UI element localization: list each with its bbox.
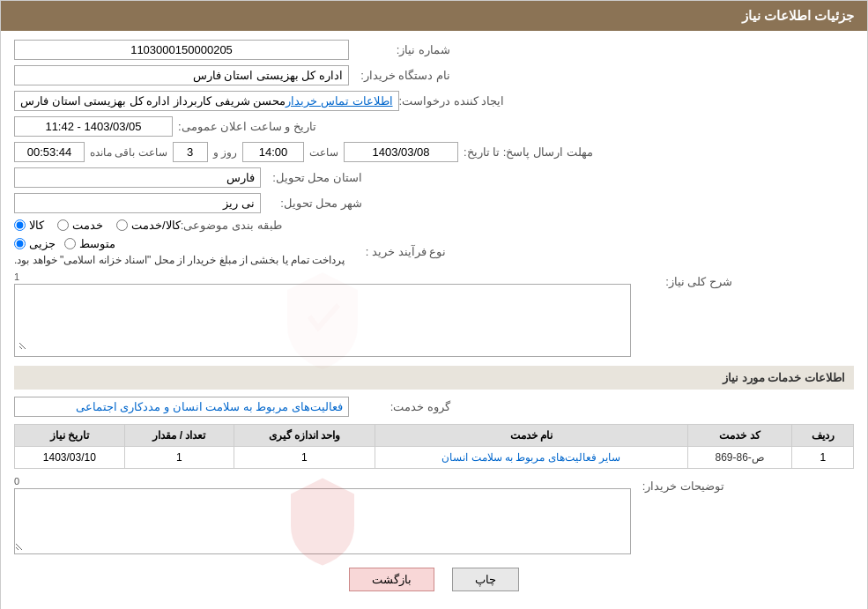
deadline-days-label: روز و <box>213 146 237 159</box>
service-group-value: فعالیت‌های مربوط به سلامت انسان و مددکار… <box>14 397 349 417</box>
process-jazyi-label: جزیی <box>29 237 56 250</box>
creator-value: اطلاعات تماس خریدار محسن شریفی کاربرداز … <box>14 91 399 111</box>
description-row: شرح کلی نیاز: 1 <box>14 271 854 357</box>
announce-date-row: تاریخ و ساعت اعلان عمومی: 1403/03/05 - 1… <box>14 116 854 137</box>
services-section-header: اطلاعات خدمات مورد نیاز <box>14 366 854 390</box>
deadline-row: مهلت ارسال پاسخ: تا تاریخ: 1403/03/08 سا… <box>14 142 854 162</box>
need-number-row: شماره نیاز: 1103000150000205 <box>14 40 854 60</box>
category-row: طبقه بندی موضوعی: کالا/خدمت خدمت کالا <box>14 219 854 232</box>
process-radio-row: متوسط جزیی <box>14 237 115 250</box>
process-motovaset-label: متوسط <box>79 237 115 250</box>
service-group-label: گروه خدمت: <box>349 400 455 413</box>
city-row: شهر محل تحویل: نی ریز <box>14 193 854 213</box>
creator-name: محسن شریفی کاربرداز اداره کل بهزیستی است… <box>20 94 286 108</box>
announce-date-label: تاریخ و ساعت اعلان عمومی: <box>178 120 316 133</box>
service-table-body: 1 ص-86-869 سایر فعالیت‌های مربوط به سلام… <box>15 447 854 469</box>
col-service-code: کد خدمت <box>687 425 792 447</box>
col-service-name: نام خدمت <box>375 425 687 447</box>
cell-row-num: 1 <box>792 447 854 469</box>
service-group-row: گروه خدمت: فعالیت‌های مربوط به سلامت انس… <box>14 397 854 417</box>
category-kala-option[interactable]: کالا <box>14 219 44 232</box>
buyer-org-label: نام دستگاه خریدار: <box>349 69 455 82</box>
process-type-row: نوع فرآیند خرید : متوسط جزیی پرداخت تمام… <box>14 237 854 266</box>
city-label: شهر محل تحویل: <box>261 197 367 210</box>
col-row-num: ردیف <box>792 425 854 447</box>
description-box <box>14 284 631 357</box>
service-table-header: ردیف کد خدمت نام خدمت واحد اندازه گیری ت… <box>15 425 854 447</box>
page-header: جزئیات اطلاعات نیاز <box>1 1 867 31</box>
process-content: متوسط جزیی پرداخت تمام یا بخشی از مبلغ خ… <box>14 237 345 266</box>
category-kala-khadamat-option[interactable]: کالا/خدمت <box>116 219 181 232</box>
creator-row: ایجاد کننده درخواست: اطلاعات تماس خریدار… <box>14 91 854 111</box>
button-row: چاپ بازگشت <box>14 568 854 591</box>
process-jazyi-radio[interactable] <box>14 238 26 249</box>
deadline-remaining: 00:53:44 <box>14 142 85 162</box>
page-title: جزئیات اطلاعات نیاز <box>742 8 854 23</box>
deadline-remaining-label: ساعت باقی مانده <box>90 146 167 159</box>
city-value: نی ریز <box>14 193 261 213</box>
need-number-value: 1103000150000205 <box>14 40 349 60</box>
process-label: نوع فرآیند خرید : <box>345 245 450 258</box>
category-khadamat-radio[interactable] <box>57 219 69 231</box>
category-kala-khadamat-label: کالا/خدمت <box>131 219 181 232</box>
category-kala-khadamat-radio[interactable] <box>116 219 128 231</box>
announce-date-value: 1403/03/05 - 11:42 <box>14 116 173 137</box>
page-wrapper: جزئیات اطلاعات نیاز شماره نیاز: 11030001… <box>0 0 868 609</box>
buyer-notes-wrapper: 0 <box>14 476 631 554</box>
buyer-notes-label: توضیحات خریدار: <box>636 476 724 493</box>
cell-quantity: 1 <box>124 447 234 469</box>
col-unit: واحد اندازه گیری <box>234 425 375 447</box>
creator-contact-link[interactable]: اطلاعات تماس خریدار <box>286 94 392 108</box>
creator-label: ایجاد کننده درخواست: <box>399 94 509 108</box>
service-table: ردیف کد خدمت نام خدمت واحد اندازه گیری ت… <box>14 424 854 469</box>
process-description: پرداخت تمام یا بخشی از مبلغ خریدار از مح… <box>14 254 345 266</box>
category-kala-label: کالا <box>29 219 44 232</box>
deadline-days: 3 <box>173 142 208 162</box>
cell-service-code: ص-86-869 <box>687 447 792 469</box>
buyer-notes-box <box>14 488 631 554</box>
service-table-header-row: ردیف کد خدمت نام خدمت واحد اندازه گیری ت… <box>15 425 854 447</box>
description-label: شرح کلی نیاز: <box>631 271 737 288</box>
category-label: طبقه بندی موضوعی: <box>181 219 286 232</box>
province-label: استان محل تحویل: <box>261 171 367 184</box>
watermark-shield-icon-2 <box>283 473 362 570</box>
buyer-notes-row: توضیحات خریدار: 0 <box>14 476 854 554</box>
col-date: تاریخ نیاز <box>15 425 125 447</box>
cell-service-name: سایر فعالیت‌های مربوط به سلامت انسان <box>375 447 687 469</box>
table-row: 1 ص-86-869 سایر فعالیت‌های مربوط به سلام… <box>15 447 854 469</box>
content-area: شماره نیاز: 1103000150000205 نام دستگاه … <box>1 31 867 609</box>
deadline-date: 1403/03/08 <box>344 142 458 162</box>
deadline-time-label: ساعت <box>309 146 338 159</box>
print-button[interactable]: چاپ <box>452 568 519 591</box>
watermark-shield-icon <box>278 268 367 374</box>
cell-date: 1403/03/10 <box>15 447 125 469</box>
process-jazyi-option[interactable]: جزیی <box>14 237 56 250</box>
buyer-org-row: نام دستگاه خریدار: اداره کل بهزیستی استا… <box>14 65 854 85</box>
buyer-org-value: اداره کل بهزیستی استان فارس <box>14 65 349 85</box>
category-khadamat-label: خدمت <box>72 219 103 232</box>
category-radio-group: کالا/خدمت خدمت کالا <box>14 219 181 232</box>
need-number-label: شماره نیاز: <box>349 43 455 56</box>
province-value: فارس <box>14 167 261 188</box>
process-motovaset-radio[interactable] <box>64 238 76 249</box>
process-motovaset-option[interactable]: متوسط <box>64 237 115 250</box>
category-khadamat-option[interactable]: خدمت <box>57 219 103 232</box>
category-kala-radio[interactable] <box>14 219 26 231</box>
province-row: استان محل تحویل: فارس <box>14 167 854 188</box>
col-quantity: تعداد / مقدار <box>124 425 234 447</box>
description-wrapper: 1 <box>14 271 631 357</box>
deadline-time: 14:00 <box>242 142 304 162</box>
back-button[interactable]: بازگشت <box>349 568 434 591</box>
services-section-title: اطلاعات خدمات مورد نیاز <box>723 371 845 384</box>
cell-unit: 1 <box>234 447 375 469</box>
deadline-label: مهلت ارسال پاسخ: تا تاریخ: <box>464 145 593 159</box>
